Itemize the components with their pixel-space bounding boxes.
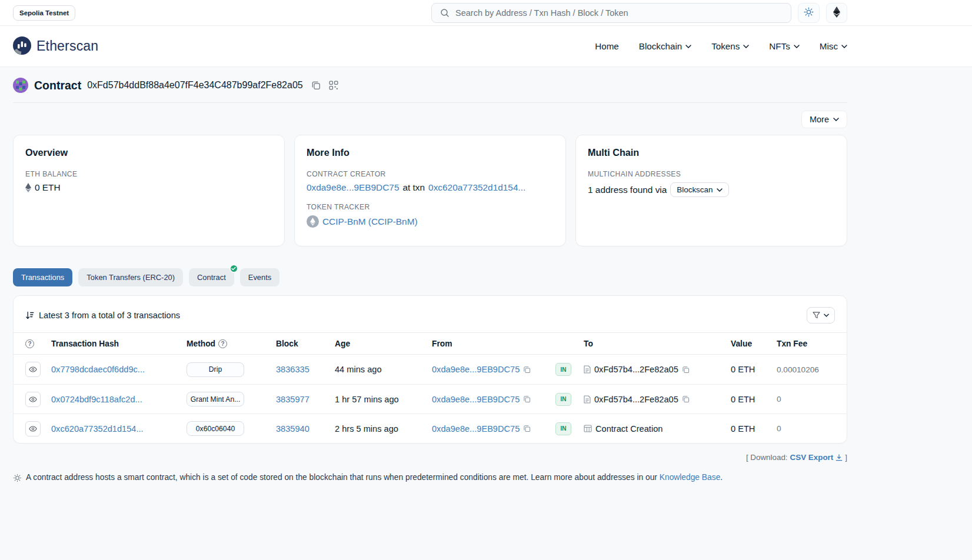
chevron-down-icon bbox=[717, 188, 723, 192]
eye-icon bbox=[29, 396, 37, 402]
eye-icon bbox=[29, 366, 37, 372]
tab-bar: Transactions Token Transfers (ERC-20) Co… bbox=[13, 268, 847, 286]
token-tracker-label: TOKEN TRACKER bbox=[307, 203, 554, 211]
page-title: Contract bbox=[34, 79, 81, 92]
contract-address: 0xFd57b4ddBf88a4e07fF4e34C487b99af2Fe82a… bbox=[87, 80, 303, 91]
from-address-link[interactable]: 0xda9e8e...9EB9DC75 bbox=[432, 424, 520, 434]
col-age[interactable]: Age bbox=[335, 339, 432, 348]
multichain-card: Multi Chain MULTICHAIN ADDRESSES 1 addre… bbox=[575, 135, 847, 246]
theme-toggle-button[interactable] bbox=[798, 3, 820, 23]
value-cell: 0 ETH bbox=[731, 424, 755, 434]
csv-export-link[interactable]: CSV Export bbox=[790, 453, 843, 462]
chevron-down-icon bbox=[685, 45, 691, 48]
col-transaction-hash: Transaction Hash bbox=[51, 339, 187, 348]
copy-icon[interactable] bbox=[523, 425, 531, 432]
from-address-link[interactable]: 0xda9e8e...9EB9DC75 bbox=[432, 395, 520, 404]
method-help-icon[interactable]: ? bbox=[218, 339, 227, 348]
age-value: 2 hrs 5 mins ago bbox=[335, 424, 398, 434]
main-header: Etherscan Home Blockchain Tokens NFTs Mi… bbox=[0, 26, 972, 67]
txn-hash-link[interactable]: 0x0724bdf9c118afc2d... bbox=[51, 395, 142, 404]
more-button[interactable]: More bbox=[801, 111, 847, 128]
multichain-provider-dropdown[interactable]: Blockscan bbox=[670, 182, 729, 197]
age-value: 44 mins ago bbox=[335, 365, 382, 374]
nav-item-home[interactable]: Home bbox=[595, 41, 619, 51]
direction-badge: IN bbox=[555, 422, 571, 435]
multichain-card-title: Multi Chain bbox=[588, 147, 835, 158]
to-address: Contract Creation bbox=[595, 424, 663, 434]
copy-icon[interactable] bbox=[523, 366, 531, 374]
to-address: 0xFd57b4...2Fe82a05 bbox=[594, 365, 678, 374]
download-row: [ Download: CSV Export ] bbox=[13, 453, 847, 462]
txn-hash-link[interactable]: 0x7798dcdaec0f6dd9c... bbox=[51, 365, 145, 374]
note-suffix: . bbox=[720, 473, 723, 482]
lightbulb-icon bbox=[13, 474, 22, 484]
chevron-down-icon bbox=[794, 45, 800, 48]
sort-icon bbox=[25, 311, 34, 319]
tab-contract[interactable]: Contract bbox=[189, 268, 234, 286]
creation-txn-link[interactable]: 0xc620a77352d1d154... bbox=[428, 182, 525, 193]
block-link[interactable]: 3835940 bbox=[276, 424, 309, 434]
value-cell: 0 ETH bbox=[731, 365, 755, 374]
token-tracker-link[interactable]: CCIP-BnM (CCIP-BnM) bbox=[322, 216, 418, 227]
table-row: 0xc620a77352d1d154... 0x60c06040 3835940… bbox=[14, 414, 847, 443]
copy-icon[interactable] bbox=[682, 366, 690, 374]
more-info-card-title: More Info bbox=[307, 147, 554, 158]
etherscan-logo[interactable]: Etherscan bbox=[13, 36, 98, 56]
chevron-down-icon bbox=[743, 45, 749, 48]
chevron-down-icon bbox=[841, 45, 847, 48]
top-bar: Sepolia Testnet bbox=[0, 0, 972, 26]
title-divider bbox=[13, 102, 847, 103]
copy-address-icon[interactable] bbox=[311, 81, 321, 90]
help-icon[interactable]: ? bbox=[25, 339, 34, 348]
col-from: From bbox=[432, 339, 555, 348]
multichain-addresses-label: MULTICHAIN ADDRESSES bbox=[588, 170, 835, 178]
search-input[interactable] bbox=[454, 8, 785, 18]
nav-item-misc[interactable]: Misc bbox=[820, 41, 847, 51]
txn-preview-button[interactable] bbox=[25, 362, 41, 377]
eth-balance-value: 0 ETH bbox=[35, 182, 61, 193]
col-value: Value bbox=[731, 339, 777, 348]
knowledge-base-link[interactable]: Knowledge Base bbox=[660, 473, 721, 482]
method-badge: Grant Mint An... bbox=[187, 392, 244, 406]
qr-code-icon[interactable] bbox=[329, 81, 338, 90]
page-title-row: Contract 0xFd57b4ddBf88a4e07fF4e34C487b9… bbox=[13, 78, 847, 93]
chevron-down-icon bbox=[824, 314, 829, 317]
network-switch-button[interactable] bbox=[826, 3, 847, 23]
col-block: Block bbox=[276, 339, 335, 348]
from-address-link[interactable]: 0xda9e8e...9EB9DC75 bbox=[432, 365, 520, 374]
method-badge: Drip bbox=[187, 362, 244, 377]
search-icon bbox=[440, 8, 450, 18]
tab-events[interactable]: Events bbox=[240, 268, 279, 286]
txn-hash-link[interactable]: 0xc620a77352d1d154... bbox=[51, 424, 144, 434]
address-identicon bbox=[13, 78, 28, 93]
brand-name: Etherscan bbox=[36, 38, 98, 54]
nav-item-blockchain[interactable]: Blockchain bbox=[639, 41, 691, 51]
tab-token-transfers[interactable]: Token Transfers (ERC-20) bbox=[78, 268, 183, 286]
network-badge[interactable]: Sepolia Testnet bbox=[13, 5, 75, 21]
copy-icon[interactable] bbox=[682, 395, 690, 403]
age-value: 1 hr 57 mins ago bbox=[335, 395, 399, 404]
ethereum-icon bbox=[833, 6, 840, 19]
direction-badge: IN bbox=[555, 393, 571, 406]
overview-card-title: Overview bbox=[25, 147, 272, 158]
copy-icon[interactable] bbox=[523, 395, 531, 403]
col-method: Method bbox=[187, 339, 215, 348]
direction-badge: IN bbox=[555, 363, 571, 376]
contract-creation-icon bbox=[584, 425, 592, 432]
multichain-found-text: 1 address found via bbox=[588, 185, 667, 195]
filter-button[interactable] bbox=[807, 307, 835, 324]
method-badge: 0x60c06040 bbox=[187, 421, 244, 436]
block-link[interactable]: 3835977 bbox=[276, 395, 309, 404]
creator-address-link[interactable]: 0xda9e8e...9EB9DC75 bbox=[307, 182, 399, 193]
nav-item-tokens[interactable]: Tokens bbox=[711, 41, 749, 51]
more-info-card: More Info CONTRACT CREATOR 0xda9e8e...9E… bbox=[294, 135, 566, 246]
txn-preview-button[interactable] bbox=[25, 392, 41, 407]
transactions-panel: Latest 3 from a total of 3 transactions … bbox=[13, 295, 847, 444]
col-txn-fee[interactable]: Txn Fee bbox=[777, 339, 835, 348]
block-link[interactable]: 3836335 bbox=[276, 365, 309, 374]
search-box[interactable] bbox=[431, 3, 791, 23]
nav-item-nfts[interactable]: NFTs bbox=[769, 41, 799, 51]
sun-icon bbox=[804, 7, 814, 19]
tab-transactions[interactable]: Transactions bbox=[13, 268, 72, 286]
txn-preview-button[interactable] bbox=[25, 421, 41, 436]
